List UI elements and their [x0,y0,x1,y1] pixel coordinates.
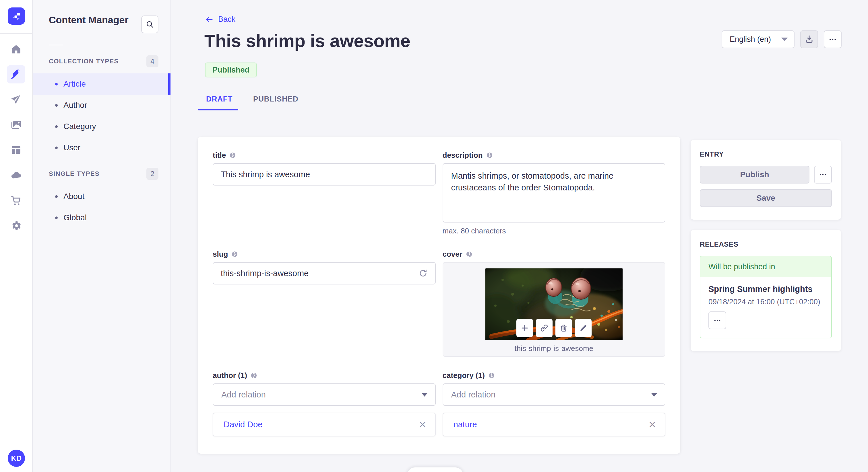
bullet-icon [55,125,58,128]
slug-input[interactable]: this-shrimp-is-awesome [213,262,436,284]
bullet-icon [55,216,58,219]
cover-delete-button[interactable] [555,319,572,337]
sidebar-item-cloud[interactable] [7,166,25,184]
author-relation-link[interactable]: David Doe [224,420,262,429]
rail-divider [0,33,32,34]
refresh-icon[interactable] [418,269,428,278]
entry-panel: ENTRY Publish Save [691,140,841,220]
subnav-title: Content Manager [49,14,129,26]
back-link[interactable]: Back [205,15,236,24]
nav-item-label: Category [63,122,96,131]
release-card: Will be published in Spring Summer highl… [700,256,832,338]
sidebar-item-releases[interactable] [7,90,25,109]
locale-selected-value: English (en) [730,35,771,44]
globe-icon [466,251,472,258]
close-icon[interactable]: ✕ [648,420,656,429]
cart-icon [10,195,22,206]
field-cover-label: cover [443,250,462,259]
releases-panel: RELEASES Will be published in Spring Sum… [691,230,841,351]
cloud-icon [10,169,22,181]
tab-active-underline [198,109,238,110]
download-icon [805,35,814,44]
field-author-label: author (1) [213,371,247,380]
layout-icon [10,144,22,156]
cover-filename: this-shrimp-is-awesome [443,344,665,353]
field-description-label: description [443,151,483,160]
locale-select[interactable]: English (en) [722,30,795,48]
field-cover: cover [443,250,665,357]
releases-panel-title: RELEASES [700,240,832,248]
globe-icon [231,251,238,258]
chevron-down-icon [422,393,428,397]
chevron-down-icon [781,38,787,41]
arrow-left-icon [205,15,214,24]
nav-item-label: Author [63,101,87,110]
globe-icon [251,372,257,379]
search-button[interactable] [141,15,158,33]
sidebar-item-home[interactable] [7,40,25,58]
title-input-value: This shrimp is awesome [221,170,310,179]
header-more-button[interactable] [824,30,842,48]
nav-item-label: About [63,192,84,201]
cover-edit-button[interactable] [575,319,592,337]
sidebar-item-article[interactable]: Article [33,73,170,95]
category-relation-select[interactable]: Add relation [443,383,665,406]
download-button[interactable] [800,30,818,48]
globe-icon [486,152,493,159]
tab-draft[interactable]: DRAFT [206,95,232,103]
field-slug: slug this-shrimp-is-awesome [213,250,436,357]
bullet-icon [55,104,58,107]
status-badge: Published [205,63,257,77]
entry-more-button[interactable] [814,166,832,183]
sidebar-item-global[interactable]: Global [33,207,170,228]
cover-add-button[interactable] [516,319,533,337]
release-date: 09/18/2024 at 16:00 (UTC+02:00) [708,297,823,306]
sidebar-item-content-manager[interactable] [7,65,25,83]
sidebar-item-content-type-builder[interactable] [7,141,25,159]
globe-icon [229,152,236,159]
avatar[interactable]: KD [8,450,25,467]
field-title-label: title [213,151,226,160]
field-author: author (1) Add relation David Doe ✕ [213,371,436,436]
section-label: SINGLE TYPES [49,170,100,177]
sidebar-item-media-library[interactable] [7,115,25,134]
feather-icon [10,69,22,80]
paper-plane-icon [10,94,22,105]
close-icon[interactable]: ✕ [419,420,427,429]
description-textarea[interactable]: Mantis shrimps, or stomatopods, are mari… [443,163,665,223]
sidebar-item-category[interactable]: Category [33,116,170,137]
bullet-icon [55,83,58,86]
sidebar-item-user[interactable]: User [33,137,170,158]
sidebar-item-settings[interactable] [7,216,25,235]
category-relation-placeholder: Add relation [451,390,496,400]
plus-icon [520,324,529,332]
images-icon [10,119,22,131]
title-input[interactable]: This shrimp is awesome [213,163,436,186]
globe-icon [488,372,495,379]
description-value: Mantis shrimps, or stomatopods, are mari… [451,171,614,192]
save-button[interactable]: Save [700,189,832,207]
slug-input-value: this-shrimp-is-awesome [221,269,309,278]
sidebar-item-marketplace[interactable] [7,191,25,210]
category-relation-link[interactable]: nature [454,420,477,429]
sidebar-item-about[interactable]: About [33,186,170,207]
nav-item-label: Article [63,79,86,89]
release-title: Spring Summer highlights [708,284,823,294]
main-content: Back This shrimp is awesome English (en)… [170,0,868,472]
gear-icon [10,220,22,231]
floating-widget[interactable] [407,467,463,472]
section-single-types: SINGLE TYPES 2 [33,166,170,182]
tab-published[interactable]: PUBLISHED [253,95,298,103]
link-icon [540,324,549,332]
section-count-badge: 2 [146,168,158,180]
bullet-icon [55,195,58,198]
sidebar-item-author[interactable]: Author [33,95,170,116]
cover-copy-link-button[interactable] [536,319,553,337]
strapi-logo[interactable] [8,7,25,25]
publish-button[interactable]: Publish [700,166,809,183]
subnav-divider [49,45,63,45]
author-relation-select[interactable]: Add relation [213,383,436,406]
ellipsis-icon [828,35,837,43]
release-more-button[interactable] [708,311,726,329]
section-count-badge: 4 [146,55,158,67]
